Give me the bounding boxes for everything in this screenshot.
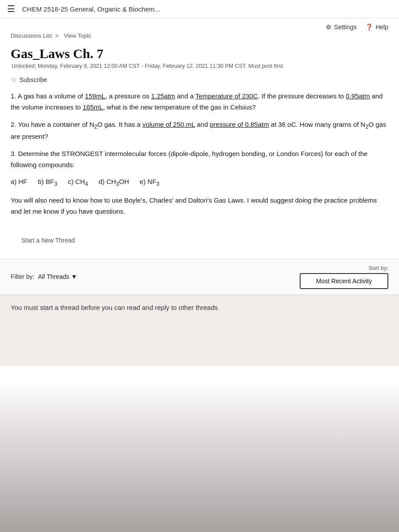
threads-area: You must start a thread before you can r… (0, 295, 399, 366)
top-bar-title: CHEM 2518-25 General, Organic & Biochem.… (22, 5, 392, 13)
subscribe-label: Subscribe (20, 76, 47, 83)
shadow-overlay (0, 381, 399, 532)
compound-a: a) HF (11, 176, 27, 189)
help-icon: ❓ (365, 23, 373, 31)
breadcrumb-discussions-link[interactable]: Discussions List (11, 32, 52, 39)
compound-b: b) BF3 (38, 176, 58, 189)
compounds-row: a) HF b) BF3 c) CH4 d) CH3OH e) NF3 (11, 176, 388, 189)
content-area: 1. A gas has a volume of 159mL, a pressu… (0, 87, 399, 217)
filter-label: Filter by: (11, 273, 35, 280)
filter-left: Filter by: All Threads ▼ (11, 273, 77, 280)
compound-c: c) CH4 (68, 176, 88, 189)
filter-sort-row: Filter by: All Threads ▼ Sort by: Most R… (0, 259, 399, 295)
breadcrumb-view-topic: View Topic (64, 32, 91, 39)
header-bar: ⚙ Settings ❓ Help (0, 18, 399, 32)
help-button[interactable]: ❓ Help (365, 23, 388, 31)
must-start-thread-message: You must start a thread before you can r… (11, 304, 388, 311)
hamburger-icon[interactable]: ☰ (7, 4, 15, 14)
compound-e: e) NF3 (140, 176, 159, 189)
top-bar: ☰ CHEM 2518-25 General, Organic & Bioche… (0, 0, 399, 18)
filter-dropdown[interactable]: All Threads ▼ (38, 273, 77, 280)
sort-label: Sort by: (368, 265, 388, 271)
subscribe-row[interactable]: ☆ Subscribe (0, 71, 399, 87)
page-subtitle: Unlocked: Monday, February 8, 2021 12:00… (11, 63, 388, 69)
new-thread-area: Start a New Thread (0, 223, 399, 259)
question-1: 1. A gas has a volume of 159mL, a pressu… (11, 91, 388, 113)
settings-icon: ⚙ (326, 23, 332, 31)
help-label: Help (376, 23, 388, 31)
chevron-down-icon: ▼ (71, 273, 77, 280)
question-3-intro: 3. Determine the STRONGEST intermolecula… (11, 149, 388, 171)
breadcrumb-separator: > (55, 32, 59, 39)
page-title-area: Gas_Laws Ch. 7 Unlocked: Monday, Februar… (0, 43, 399, 71)
sort-dropdown[interactable]: Most Recent Activity (300, 273, 388, 289)
filter-value: All Threads (38, 273, 70, 280)
star-icon: ☆ (11, 75, 17, 84)
settings-button[interactable]: ⚙ Settings (326, 23, 357, 31)
page-title: Gas_Laws Ch. 7 (11, 46, 388, 61)
compound-d: d) CH3OH (98, 176, 129, 189)
sort-right: Sort by: Most Recent Activity (300, 265, 388, 289)
breadcrumb: Discussions List > View Topic (0, 32, 399, 43)
question-2: 2. You have a container of N2O gas. It h… (11, 119, 388, 142)
closing-text: You will also need to know how to use Bo… (11, 195, 388, 217)
new-thread-button[interactable]: Start a New Thread (21, 237, 75, 244)
settings-label: Settings (334, 23, 357, 31)
